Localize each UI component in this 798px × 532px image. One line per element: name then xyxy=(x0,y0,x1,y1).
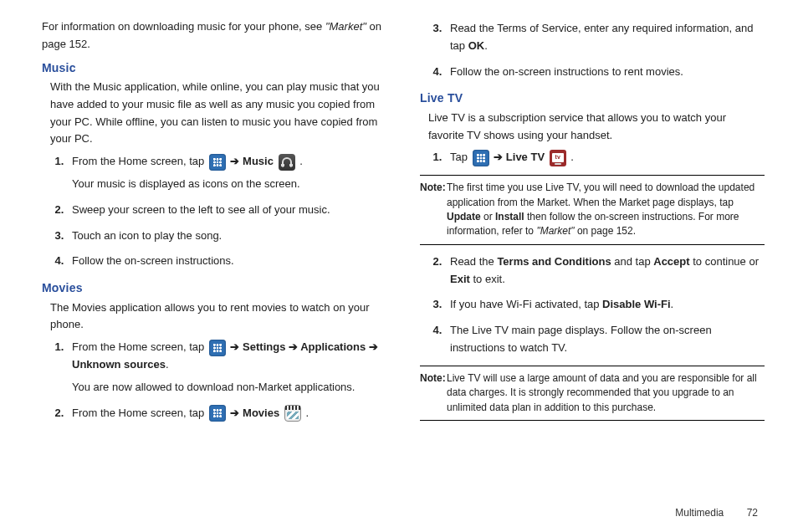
livetv-step1-pre: Tap xyxy=(450,151,471,163)
period: . xyxy=(484,39,488,52)
livetv-paragraph: Live TV is a subscription service that a… xyxy=(428,110,765,145)
livetv-step-2: Read the Terms and Conditions and tap Ac… xyxy=(445,253,765,289)
arrow-icon: ➔ xyxy=(289,340,300,353)
note-label: Note: xyxy=(420,371,446,386)
music-step1-pre: From the Home screen, tap xyxy=(72,155,207,167)
period: . xyxy=(305,407,309,419)
livetv-heading: Live TV xyxy=(420,89,765,107)
movies-label: Movies xyxy=(243,407,279,419)
arrow-icon: ➔ xyxy=(230,407,243,419)
movies-steps-cont: Read the Terms of Service, enter any req… xyxy=(445,20,765,80)
period: . xyxy=(166,358,169,371)
period: . xyxy=(671,298,674,310)
music-heading: Music xyxy=(42,59,386,77)
period: . xyxy=(570,151,574,163)
terms-label: Terms and Conditions xyxy=(497,255,611,268)
intro-text-pre: For information on downloading music for… xyxy=(42,20,325,33)
page-footer: Multimedia 72 xyxy=(675,507,758,519)
note-block-1: Note: The first time you use Live TV, yo… xyxy=(420,175,765,245)
music-step1-sub: Your music is displayed as icons on the … xyxy=(72,176,386,193)
livetv-label: Live TV xyxy=(506,151,545,163)
movies-step-1: From the Home screen, tap ➔ Settings ➔ A… xyxy=(67,339,386,396)
livetv-steps-b: Read the Terms and Conditions and tap Ac… xyxy=(445,253,765,357)
disable-wifi-label: Disable Wi-Fi xyxy=(602,298,671,310)
ok-label: OK xyxy=(468,39,485,52)
arrow-icon: ➔ xyxy=(230,155,243,167)
music-paragraph: With the Music application, while online… xyxy=(50,79,386,148)
music-step-3: Touch an icon to play the song. xyxy=(67,228,386,245)
livetv-step2-pre: Read the xyxy=(450,255,497,268)
music-step1-post: . xyxy=(299,155,303,167)
apps-grid-icon xyxy=(209,405,226,422)
apps-grid-icon xyxy=(473,150,489,166)
livetv-steps-a: Tap ➔ Live TV . xyxy=(445,149,765,166)
livetv-step-4: The Live TV main page displays. Follow t… xyxy=(445,322,765,357)
apps-grid-icon xyxy=(209,154,226,171)
music-label: Music xyxy=(243,155,274,167)
clapperboard-icon xyxy=(284,405,301,422)
movies-step-3: Read the Terms of Service, enter any req… xyxy=(445,20,765,55)
note1-link: "Market" xyxy=(536,225,574,237)
movies-steps: From the Home screen, tap ➔ Settings ➔ A… xyxy=(67,339,386,422)
arrow-icon: ➔ xyxy=(230,340,243,353)
livetv-step-3: If you have Wi-Fi activated, tap Disable… xyxy=(445,296,765,314)
arrow-icon: ➔ xyxy=(494,151,506,163)
movies-step-4: Follow the on-screen instructions to ren… xyxy=(445,64,765,81)
music-step-4: Follow the on-screen instructions. xyxy=(67,253,386,270)
headphones-icon xyxy=(279,154,295,171)
movies-heading: Movies xyxy=(42,279,386,297)
footer-page-number: 72 xyxy=(747,507,758,519)
livetv-step3-pre: If you have Wi-Fi activated, tap xyxy=(450,298,602,310)
update-label: Update xyxy=(447,211,481,223)
arrow-icon: ➔ xyxy=(369,340,378,353)
exit-label: Exit xyxy=(450,273,470,285)
settings-label: Settings xyxy=(243,340,285,353)
movies-paragraph: The Movies application allows you to ren… xyxy=(50,299,386,335)
note1-or: or xyxy=(481,211,495,223)
music-step-2: Sweep your screen to the left to see all… xyxy=(67,202,386,219)
apps-grid-icon xyxy=(209,340,226,356)
movies-step-2: From the Home screen, tap ➔ Movies . xyxy=(67,405,386,422)
note-body-2: Live TV will use a large amount of data … xyxy=(447,371,765,415)
note1-pre: The first time you use Live TV, you will… xyxy=(447,182,755,207)
note-label: Note: xyxy=(420,181,446,195)
manual-page: For information on downloading music for… xyxy=(0,0,798,532)
movies-step1-sub: You are now allowed to download non-Mark… xyxy=(72,379,386,396)
right-column: Read the Terms of Service, enter any req… xyxy=(420,17,765,515)
note-body-1: The first time you use Live TV, you will… xyxy=(447,181,765,239)
livetv-step-1: Tap ➔ Live TV . xyxy=(445,149,765,166)
movies-step3-pre: Read the Terms of Service, enter any req… xyxy=(450,22,754,52)
left-column: For information on downloading music for… xyxy=(42,17,386,515)
livetv-step2-mid2: to continue or xyxy=(690,255,759,268)
tv-icon xyxy=(550,150,566,166)
livetv-step2-mid: and tap xyxy=(611,255,654,268)
livetv-step2-post: to exit. xyxy=(470,273,505,285)
note-block-2: Note: Live TV will use a large amount of… xyxy=(420,366,765,421)
accept-label: Accept xyxy=(653,255,689,268)
music-steps: From the Home screen, tap ➔ Music . Your… xyxy=(67,153,386,270)
intro-paragraph: For information on downloading music for… xyxy=(42,18,386,54)
applications-label: Applications xyxy=(300,340,366,353)
footer-section: Multimedia xyxy=(675,507,724,519)
unknown-sources-label: Unknown sources xyxy=(72,358,166,371)
intro-link: "Market" xyxy=(325,20,366,33)
note1-post: on page 152. xyxy=(575,225,636,237)
movies-step2-pre: From the Home screen, tap xyxy=(72,407,207,419)
install-label: Install xyxy=(495,211,524,223)
movies-step1-pre: From the Home screen, tap xyxy=(72,340,207,353)
music-step-1: From the Home screen, tap ➔ Music . Your… xyxy=(67,153,386,193)
